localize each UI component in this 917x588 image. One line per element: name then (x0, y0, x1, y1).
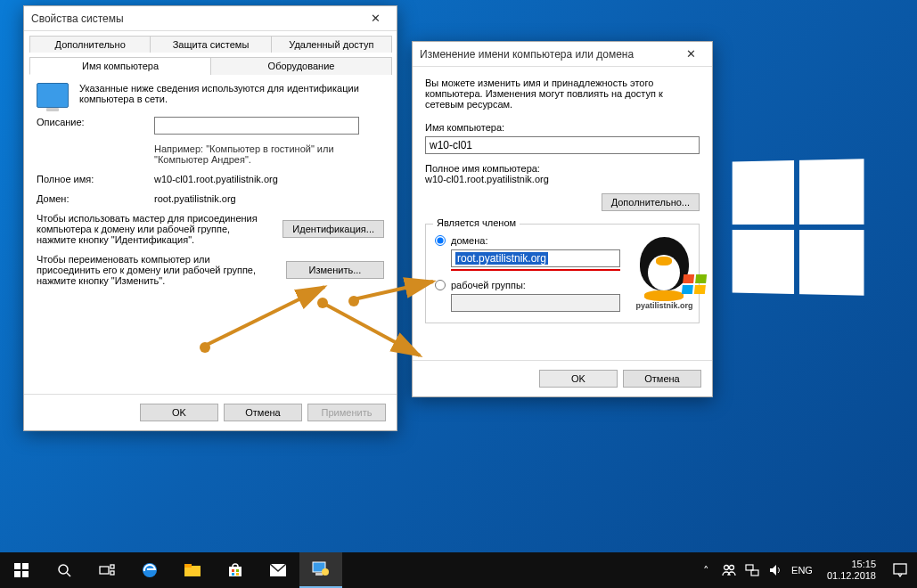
svg-rect-8 (111, 571, 114, 575)
svg-point-20 (322, 568, 329, 576)
svg-line-5 (67, 573, 70, 576)
system-properties-taskbar-item[interactable] (299, 552, 342, 588)
domain-value: root.pyatilistnik.org (154, 193, 236, 204)
language-indicator[interactable]: ENG (791, 565, 813, 576)
svg-rect-11 (184, 564, 192, 568)
cancel-button[interactable]: Отмена (623, 370, 701, 388)
wizard-hint: Чтобы использовать мастер для присоедине… (37, 213, 272, 245)
svg-rect-13 (232, 569, 234, 572)
tab-row-lower: Имя компьютера Оборудование (29, 56, 391, 74)
fullname-value: w10-cl01.root.pyatilistnik.org (425, 174, 700, 184)
computer-name-input[interactable] (425, 136, 700, 154)
radio-workgroup-label: рабочей группы: (451, 280, 526, 290)
more-button[interactable]: Дополнительно... (602, 193, 700, 211)
system-tray[interactable]: ˄ ENG (692, 563, 820, 577)
dialog-buttons: OK Отмена Применить (24, 394, 397, 430)
name-label: Имя компьютера: (425, 122, 700, 133)
svg-rect-19 (315, 573, 323, 576)
description-input[interactable] (154, 117, 359, 135)
intro-text: Вы можете изменить имя и принадлежность … (425, 78, 700, 110)
svg-rect-23 (746, 565, 753, 570)
taskbar[interactable]: ˄ ENG 15:15 01.12.2018 (0, 552, 917, 588)
annotation-arrow (348, 276, 446, 330)
svg-rect-24 (751, 570, 758, 576)
radio-domain[interactable] (435, 235, 446, 246)
volume-icon[interactable] (768, 563, 782, 577)
apply-button[interactable]: Применить (307, 404, 386, 421)
tab-protection[interactable]: Защита системы (150, 36, 271, 53)
identification-button[interactable]: Идентификация... (282, 220, 384, 238)
cancel-button[interactable]: Отмена (224, 404, 302, 421)
intro-text: Указанные ниже сведения используются для… (79, 83, 384, 104)
people-icon[interactable] (722, 563, 736, 577)
clock[interactable]: 15:15 01.12.2018 (820, 559, 883, 582)
svg-rect-16 (236, 573, 239, 576)
svg-point-21 (725, 566, 729, 570)
svg-rect-7 (111, 565, 114, 568)
close-icon[interactable]: ✕ (357, 9, 393, 29)
workgroup-input (451, 294, 620, 312)
dialog-buttons: OK Отмена (413, 360, 712, 396)
computer-icon (37, 83, 69, 108)
svg-rect-3 (22, 571, 29, 577)
task-view-icon[interactable] (86, 552, 128, 588)
titlebar[interactable]: Свойства системы ✕ (24, 6, 397, 31)
logo-caption: pyatilistnik.org (626, 301, 702, 310)
ok-button[interactable]: OK (140, 404, 218, 421)
name-domain-dialog: Изменение имени компьютера или домена ✕ … (412, 41, 713, 397)
svg-point-22 (730, 566, 734, 570)
tray-chevron-up-icon[interactable]: ˄ (699, 563, 713, 577)
windows-logo-wallpaper (733, 159, 864, 295)
tab-remote[interactable]: Удаленный доступ (271, 36, 392, 53)
tab-advanced[interactable]: Дополнительно (29, 36, 151, 53)
svg-rect-0 (14, 563, 20, 569)
clock-date: 01.12.2018 (827, 570, 876, 582)
mail-icon[interactable] (257, 552, 299, 588)
domain-label: Домен: (37, 193, 143, 204)
svg-rect-12 (229, 567, 242, 576)
domain-input-value: root.pyatilistnik.org (455, 252, 548, 265)
store-icon[interactable] (214, 552, 257, 588)
svg-rect-2 (14, 571, 20, 577)
tab-hardware[interactable]: Оборудование (210, 57, 392, 75)
action-center-icon[interactable] (883, 552, 917, 588)
window-title: Свойства системы (31, 12, 124, 25)
description-hint: Например: "Компьютер в гостиной" или "Ко… (154, 143, 384, 165)
tab-content: Указанные ниже сведения используются для… (24, 74, 397, 304)
fullname-value: w10-cl01.root.pyatilistnik.org (154, 174, 278, 184)
network-icon[interactable] (745, 563, 759, 577)
close-icon[interactable]: ✕ (673, 45, 708, 64)
tab-computer-name[interactable]: Имя компьютера (29, 57, 211, 75)
annotation-underline (451, 269, 620, 271)
description-label: Описание: (37, 117, 143, 127)
member-of-group: Является членом домена: root.pyatilistni… (425, 224, 700, 323)
titlebar[interactable]: Изменение имени компьютера или домена ✕ (413, 42, 712, 67)
start-button[interactable] (0, 552, 43, 588)
tab-row-upper: Дополнительно Защита системы Удаленный д… (29, 35, 391, 53)
svg-point-4 (59, 565, 68, 574)
svg-rect-14 (236, 569, 239, 572)
member-of-legend: Является членом (433, 217, 520, 228)
svg-rect-25 (894, 564, 906, 574)
search-icon[interactable] (43, 552, 86, 588)
clock-time: 15:15 (827, 559, 876, 570)
svg-rect-6 (100, 567, 109, 574)
fullname-label: Полное имя компьютера: (425, 163, 700, 174)
radio-domain-label: домена: (451, 235, 487, 246)
window-title: Изменение имени компьютера или домена (420, 48, 634, 61)
dialog-content: Вы можете изменить имя и принадлежность … (413, 67, 712, 334)
ok-button[interactable]: OK (539, 370, 618, 388)
fullname-label: Полное имя: (37, 174, 143, 184)
edge-icon[interactable] (128, 552, 171, 588)
domain-input[interactable]: root.pyatilistnik.org (451, 249, 620, 267)
svg-rect-1 (22, 563, 29, 569)
svg-rect-15 (232, 573, 234, 576)
explorer-icon[interactable] (171, 552, 214, 588)
pyatilistnik-logo: pyatilistnik.org (626, 230, 702, 310)
